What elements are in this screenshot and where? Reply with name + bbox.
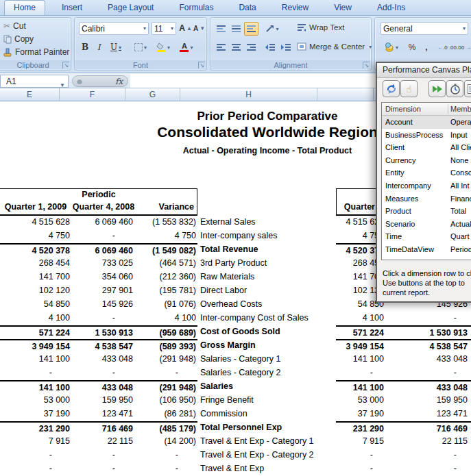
cell-q4[interactable]: - [385,462,469,476]
cell-q1[interactable]: 4 515 628 [0,216,71,229]
row-label[interactable]: Salaries - Category 1 [200,353,280,366]
cell-q1[interactable]: 4 100 [0,312,71,325]
grow-font-button[interactable]: A▲ [179,21,192,35]
cell-q1[interactable]: 571 224 [336,327,385,339]
cell-var[interactable]: - [134,449,197,462]
increase-decimal-button[interactable]: ←.0 .00 [438,40,456,54]
row-label[interactable]: Inter-company Cost of Sales [200,312,309,325]
row-label[interactable]: External Sales [200,216,256,229]
cell-q4[interactable]: - [71,366,134,380]
row-label[interactable]: Salaries [200,380,233,393]
cell-var[interactable]: (106 950) [134,394,197,408]
cell-q4[interactable]: 4 538 547 [71,340,134,353]
tab-data[interactable]: Data [230,1,265,15]
column-header-h[interactable]: H [180,88,317,101]
row-label[interactable]: Travel & Ent Exp - Category 2 [200,449,314,462]
cell-q1[interactable]: 53 000 [336,394,385,408]
align-left-button[interactable] [214,40,228,54]
dimension-row-scenario[interactable]: ScenarioActual [382,218,471,231]
font-color-button[interactable]: A▾ [176,40,197,54]
cell-q4[interactable]: 22 115 [71,435,134,449]
tab-review[interactable]: Review [273,1,317,15]
cell-q4[interactable]: 1 530 913 [385,327,469,339]
cell-var[interactable]: (195 781) [134,284,197,298]
row-label[interactable]: 3rd Party Product [200,257,267,270]
tab-page-layout[interactable]: Page Layout [99,1,162,15]
cell-var[interactable]: (91 076) [134,298,197,312]
cell-q1[interactable]: 4 750 [0,229,71,243]
clipboard-dialog-launcher[interactable]: ↘ [62,62,69,68]
cell-q1[interactable]: 3 949 154 [0,340,71,353]
cell-var[interactable]: - [134,366,197,380]
cell-q4[interactable]: 159 950 [71,394,134,408]
accounting-format-button[interactable]: ▾ [381,40,402,54]
column-header-g[interactable]: G [125,88,180,101]
timer-button[interactable] [446,80,463,97]
insert-function-button[interactable]: fx [115,77,123,86]
borders-button[interactable]: ▾ [131,40,150,54]
row-label[interactable]: Commission [200,408,247,421]
cell-q4[interactable]: - [385,366,469,380]
cell-q4[interactable]: 433 048 [385,353,469,366]
dimension-row-product[interactable]: ProductTotal [382,205,471,218]
cell-q1[interactable]: 102 120 [0,284,71,298]
number-format-combo[interactable]: General▾ [381,22,468,35]
cell-var[interactable]: (1 553 832) [134,216,197,229]
cell-var[interactable]: (959 689) [134,327,197,339]
cell-q4[interactable]: 433 048 [385,381,469,394]
cell-q4[interactable]: 22 115 [385,435,469,449]
cell-q1[interactable]: 4 520 378 [0,245,71,257]
cell-q4[interactable]: - [385,449,469,462]
cut-button[interactable]: ✂ Cut [3,21,26,31]
alignment-dialog-launcher[interactable]: ↘ [363,62,370,68]
cell-q1[interactable]: - [0,449,71,462]
row-label[interactable]: Travel & Ent Exp - Category 1 [200,435,314,448]
cell-q1[interactable]: 268 454 [0,257,71,271]
cell-q4[interactable]: 1 530 913 [71,327,134,339]
member-column-header[interactable]: Member [450,103,471,115]
cell-q1[interactable]: 231 290 [0,423,71,435]
dimension-row-intercompany[interactable]: IntercompanyAll Int [382,179,471,192]
row-label[interactable]: Travel & Ent Exp [200,462,264,475]
cell-var[interactable]: - [134,462,197,476]
font-size-combo[interactable]: 11▾ [152,22,176,35]
column-header-f[interactable]: F [60,88,125,101]
row-label[interactable]: Overhead Costs [200,298,262,311]
align-right-button[interactable] [244,40,258,54]
cell-var[interactable]: (14 200) [134,435,197,449]
cell-q1[interactable]: - [0,366,71,380]
cell-var[interactable]: (1 549 082) [134,245,197,257]
fill-color-button[interactable]: ▾ [153,40,173,54]
dimension-column-header[interactable]: Dimension [385,103,421,115]
dimension-row-measures[interactable]: MeasuresFinanc [382,192,471,205]
cell-q1[interactable]: 53 000 [0,394,71,408]
row-label[interactable]: Inter-company sales [200,229,278,242]
cell-var[interactable]: (291 948) [134,353,197,366]
cell-var[interactable]: (485 179) [134,423,197,435]
pointer-button[interactable]: ☝ [400,80,418,97]
cell-var[interactable]: 4 100 [134,312,197,325]
cell-var[interactable]: (589 393) [134,340,197,353]
cell-q4[interactable]: 733 025 [71,257,134,271]
cell-q4[interactable]: 433 048 [71,353,134,366]
tab-insert[interactable]: Insert [53,1,91,15]
column-header-blank[interactable] [317,88,374,101]
row-label[interactable]: Raw Materials [200,271,254,284]
font-dialog-launcher[interactable]: ↘ [198,62,205,68]
font-name-combo[interactable]: Calibri▾ [79,22,149,35]
cell-q4[interactable]: - [71,229,134,243]
cell-q4[interactable]: 354 060 [71,271,134,284]
row-label[interactable]: Gross Margin [200,339,256,352]
dimension-row-account[interactable]: AccountOpera [382,116,471,129]
properties-button[interactable] [464,80,471,97]
comma-style-button[interactable]: , [420,40,433,54]
cell-q4[interactable]: 6 069 460 [71,245,134,257]
name-box[interactable]: A1 ▼ [0,75,69,88]
row-label[interactable]: Total Personnel Exp [200,421,282,434]
format-painter-button[interactable]: Format Painter [3,47,69,57]
dimension-row-client[interactable]: ClientAll Clie [382,141,471,154]
cell-q1[interactable]: 4 100 [336,312,385,325]
cell-q4[interactable]: - [71,449,134,462]
merge-center-button[interactable]: Merge & Center ▾ [297,42,372,51]
cell-var[interactable]: (86 281) [134,408,197,421]
